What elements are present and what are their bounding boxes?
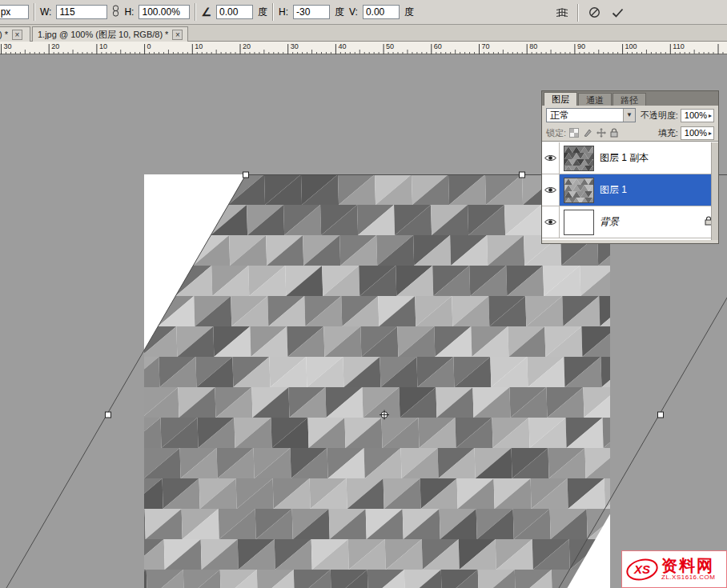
lock-all-icon[interactable]	[610, 128, 618, 138]
blend-mode-select[interactable]: 正常 ▼	[546, 108, 636, 122]
ruler-label: 70	[482, 42, 490, 50]
height-label: H:	[124, 6, 134, 18]
h-skew-label: H:	[279, 6, 288, 18]
visibility-toggle[interactable]	[542, 206, 560, 238]
transform-handle-middle-left[interactable]	[106, 412, 111, 418]
cancel-transform-button[interactable]	[586, 4, 602, 22]
ruler-label: 0	[147, 42, 151, 50]
ruler-label: 40	[338, 42, 346, 50]
layer-list: 图层 1 副本 图层 1 背景	[542, 142, 718, 240]
watermark-site-name: 资料网	[661, 558, 715, 574]
document-tab-active[interactable]: 1.jpg @ 100% (图层 10, RGB/8) * ×	[32, 26, 188, 42]
width-label: W:	[40, 6, 51, 18]
transform-options-bar: W: H: ∠ 度 H: 度 V: 度	[0, 0, 727, 25]
ruler-label: 20	[243, 42, 251, 50]
layer-thumbnail[interactable]	[564, 210, 594, 235]
h-skew-input[interactable]	[293, 5, 330, 19]
ruler-label: 20	[51, 42, 59, 50]
ruler-label: 60	[434, 42, 442, 50]
layer-row-background[interactable]: 背景	[542, 206, 718, 238]
v-skew-unit-label: 度	[404, 6, 414, 19]
transform-commit-group	[554, 0, 625, 25]
document-tab-partial[interactable]: ) * ×	[0, 26, 30, 42]
transformed-layer-image[interactable]	[144, 174, 610, 588]
tab-paths[interactable]: 路径	[613, 93, 646, 106]
layer-name: 图层 1 副本	[600, 151, 649, 165]
transform-handle-middle-right[interactable]	[658, 412, 664, 418]
rotation-input[interactable]	[216, 5, 253, 19]
rotation-unit-label: 度	[258, 6, 267, 19]
lock-transparency-icon[interactable]	[569, 128, 579, 138]
blend-mode-row: 正常 ▼ 不透明度: 100% ▸	[542, 106, 718, 125]
link-dimensions-icon[interactable]	[112, 5, 119, 20]
lock-position-icon[interactable]	[596, 128, 606, 138]
v-skew-label: V:	[349, 6, 358, 18]
separator	[577, 4, 579, 22]
tab-channels[interactable]: 通道	[578, 93, 612, 106]
panel-tab-strip: 图层 通道 路径	[542, 91, 718, 106]
layer-thumbnail[interactable]	[564, 178, 594, 203]
separator	[34, 3, 35, 21]
ruler-label: 30	[291, 42, 299, 50]
y-position-input[interactable]	[0, 5, 29, 19]
ruler-ticks	[0, 42, 727, 54]
layer-name: 背景	[600, 215, 619, 229]
fill-input[interactable]: 100% ▸	[681, 126, 714, 140]
close-tab-button[interactable]: ×	[12, 30, 22, 40]
watermark: XS 资料网 ZL.XS1616.COM	[621, 550, 727, 588]
blend-mode-value: 正常	[547, 109, 623, 122]
v-skew-input[interactable]	[363, 5, 400, 19]
document-tab-title: 1.jpg @ 100% (图层 10, RGB/8) *	[38, 29, 168, 41]
opacity-slider-arrow-icon[interactable]: ▸	[709, 112, 712, 119]
triangle-mosaic-image	[144, 174, 610, 588]
fill-slider-arrow-icon[interactable]: ▸	[709, 130, 712, 137]
visibility-toggle[interactable]	[542, 142, 560, 174]
document-tab-bar: ) * × 1.jpg @ 100% (图层 10, RGB/8) * ×	[0, 25, 727, 42]
fill-label: 填充:	[658, 127, 678, 139]
opacity-label: 不透明度:	[641, 110, 678, 122]
lock-row: 锁定: 填充: 100% ▸	[542, 125, 718, 142]
ruler-label: 10	[99, 42, 107, 50]
layer-thumbnail[interactable]	[564, 146, 594, 171]
layer-row-selected[interactable]: 图层 1	[542, 174, 718, 206]
fill-value: 100%	[685, 128, 707, 138]
separator	[272, 3, 274, 21]
separator	[195, 3, 196, 21]
lock-label: 锁定:	[546, 127, 566, 139]
width-input[interactable]	[56, 5, 107, 19]
eye-icon	[544, 186, 556, 194]
warp-mode-button[interactable]	[554, 4, 570, 22]
photoshop-window: W: H: ∠ 度 H: 度 V: 度	[0, 0, 727, 588]
eye-icon	[544, 218, 556, 226]
horizontal-ruler[interactable]: 3020100102030405060708090100110	[0, 42, 727, 54]
ruler-label: 30	[4, 42, 12, 50]
watermark-site-url: ZL.XS1616.COM	[661, 574, 715, 581]
panel-scrollbar[interactable]	[711, 142, 718, 240]
ruler-label: 10	[195, 42, 203, 50]
document-canvas[interactable]	[144, 174, 610, 588]
commit-check-icon	[612, 8, 624, 18]
ruler-label: 100	[625, 42, 637, 50]
eye-icon	[544, 154, 556, 162]
document-tab-partial-label: ) *	[0, 30, 8, 39]
ruler-label: 90	[577, 42, 585, 50]
opacity-input[interactable]: 100% ▸	[681, 109, 714, 122]
height-input[interactable]	[139, 5, 190, 19]
warp-mode-icon	[556, 7, 568, 18]
chevron-down-icon[interactable]: ▼	[623, 109, 635, 122]
watermark-logo-icon: XS	[625, 555, 659, 584]
lock-image-icon[interactable]	[583, 128, 592, 138]
lock-buttons	[569, 128, 618, 138]
cancel-icon	[588, 6, 600, 18]
close-tab-button[interactable]: ×	[172, 30, 183, 40]
svg-text:XS: XS	[633, 562, 650, 576]
layer-row-copy[interactable]: 图层 1 副本	[542, 142, 718, 174]
ruler-label: 80	[529, 42, 537, 50]
opacity-value: 100%	[685, 110, 707, 120]
rotation-angle-icon: ∠	[201, 6, 211, 18]
tab-layers[interactable]: 图层	[544, 92, 577, 106]
visibility-toggle[interactable]	[542, 174, 560, 206]
ruler-label: 50	[386, 42, 394, 50]
commit-transform-button[interactable]	[609, 4, 625, 22]
layers-panel: 图层 通道 路径 正常 ▼ 不透明度: 100% ▸ 锁定: 填充:	[541, 90, 719, 244]
